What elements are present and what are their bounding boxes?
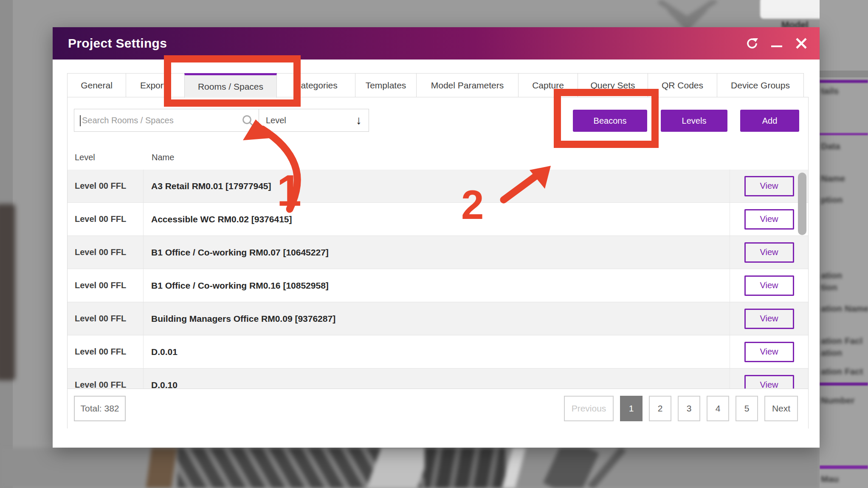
page-button-3[interactable]: 3 xyxy=(678,396,700,421)
blurred-text-fragment: Mau xyxy=(821,474,839,484)
previous-page-button[interactable]: Previous xyxy=(564,396,614,421)
row-name: A3 Retail RM0.01 [17977945] xyxy=(144,170,730,202)
rooms-table: Level 00 FFL A3 Retail RM0.01 [17977945]… xyxy=(68,170,808,389)
page-button-2[interactable]: 2 xyxy=(649,396,671,421)
panel-purple-line xyxy=(820,80,868,83)
view-button[interactable]: View xyxy=(744,342,794,362)
blurred-text-fragment: ption xyxy=(821,195,843,205)
next-page-button[interactable]: Next xyxy=(764,396,798,421)
view-button[interactable]: View xyxy=(744,242,794,263)
background-photo xyxy=(0,448,820,488)
row-name: B1 Office / Co-working RM0.07 [10645227] xyxy=(144,236,730,269)
rooms-spaces-panel: Level ↓ Beacons Levels Add Level Name Le… xyxy=(67,97,809,428)
tab-general[interactable]: General xyxy=(67,73,126,97)
panel-purple-line xyxy=(820,465,868,469)
row-level: Level 00 FFL xyxy=(68,335,144,368)
step2-number: 2 xyxy=(461,184,484,225)
panel-purple-line xyxy=(820,383,868,386)
row-level: Level 00 FFL xyxy=(68,369,144,389)
table-row: Level 00 FFL A3 Retail RM0.01 [17977945]… xyxy=(68,170,808,203)
row-level: Level 00 FFL xyxy=(68,269,144,302)
page-button-4[interactable]: 4 xyxy=(707,396,729,421)
background-blurred-object xyxy=(0,204,15,380)
view-button[interactable]: View xyxy=(744,176,794,196)
blurred-text-fragment: ation Name xyxy=(821,304,868,314)
panel-band xyxy=(820,71,868,77)
table-row: Level 00 FFL Accessible WC RM0.02 [93764… xyxy=(68,203,808,236)
column-header-name: Name xyxy=(152,153,174,162)
vertical-scrollbar[interactable] xyxy=(798,173,806,235)
panel-purple-line xyxy=(820,133,868,135)
page-button-1[interactable]: 1 xyxy=(620,396,643,421)
screenshot-stage: Model tails Data Name ption ation tion a… xyxy=(0,0,868,488)
dialog-title: Project Settings xyxy=(68,36,167,51)
view-button[interactable]: View xyxy=(744,209,794,230)
blurred-text-fragment: ation xyxy=(821,348,842,358)
row-name: Accessible WC RM0.02 [9376415] xyxy=(144,203,730,235)
pagination: Previous 1 2 3 4 5 Next xyxy=(564,396,798,421)
step1-highlight-box xyxy=(164,55,301,107)
row-name: D.0.10 xyxy=(144,369,730,389)
blurred-text-fragment: ation Facl xyxy=(821,336,862,346)
level-filter-label: Level xyxy=(266,116,286,125)
total-count: Total: 382 xyxy=(74,396,126,421)
table-row: Level 00 FFL D.0.10 View xyxy=(68,369,808,389)
row-level: Level 00 FFL xyxy=(68,170,144,202)
search-icon xyxy=(242,114,254,127)
add-button[interactable]: Add xyxy=(740,110,799,132)
step2-highlight-box xyxy=(554,89,659,148)
column-header-level: Level xyxy=(75,153,95,162)
page-button-5[interactable]: 5 xyxy=(736,396,758,421)
row-name: Building Managers Office RM0.09 [9376287… xyxy=(144,302,730,335)
blurred-text-fragment: ation xyxy=(821,270,842,281)
close-icon[interactable] xyxy=(794,36,809,51)
search-input[interactable] xyxy=(74,109,259,131)
table-row: Level 00 FFL B1 Office / Co-working RM0.… xyxy=(68,269,808,302)
row-level: Level 00 FFL xyxy=(68,236,144,269)
blurred-text-fragment: tails xyxy=(821,86,839,96)
step1-number: 1 xyxy=(277,168,302,213)
row-level: Level 00 FFL xyxy=(68,203,144,235)
dialog-titlebar: Project Settings xyxy=(53,27,820,60)
tab-device-groups[interactable]: Device Groups xyxy=(717,73,804,97)
row-level: Level 00 FFL xyxy=(68,302,144,335)
tab-model-parameters[interactable]: Model Parameters xyxy=(416,73,519,97)
blurred-text-fragment: Name xyxy=(821,173,845,184)
blurred-text-fragment: Data xyxy=(821,141,840,151)
refresh-icon[interactable] xyxy=(745,36,759,51)
blurred-text-fragment: Number xyxy=(821,395,854,406)
row-name: D.0.01 xyxy=(144,335,730,368)
levels-button[interactable]: Levels xyxy=(661,110,727,132)
view-button[interactable]: View xyxy=(744,309,794,329)
table-footer: Total: 382 Previous 1 2 3 4 5 Next xyxy=(68,389,808,428)
minimize-icon[interactable] xyxy=(769,36,784,51)
blurred-text-fragment: tion xyxy=(821,282,837,292)
arrow-down-icon: ↓ xyxy=(356,114,362,126)
background-side-panel: tails Data Name ption ation tion ation N… xyxy=(820,0,868,488)
table-row: Level 00 FFL B1 Office / Co-working RM0.… xyxy=(68,236,808,269)
view-button[interactable]: View xyxy=(744,375,794,389)
blurred-text-fragment: ation Fact xyxy=(821,366,863,377)
view-button[interactable]: View xyxy=(744,275,794,296)
row-name: B1 Office / Co-working RM0.16 [10852958] xyxy=(144,269,730,302)
level-filter-dropdown[interactable]: Level ↓ xyxy=(259,109,369,132)
table-row: Level 00 FFL Building Managers Office RM… xyxy=(68,302,808,335)
text-caret xyxy=(80,115,81,126)
table-row: Level 00 FFL D.0.01 View xyxy=(68,335,808,369)
tab-templates[interactable]: Templates xyxy=(355,73,417,97)
search-box xyxy=(74,109,259,132)
